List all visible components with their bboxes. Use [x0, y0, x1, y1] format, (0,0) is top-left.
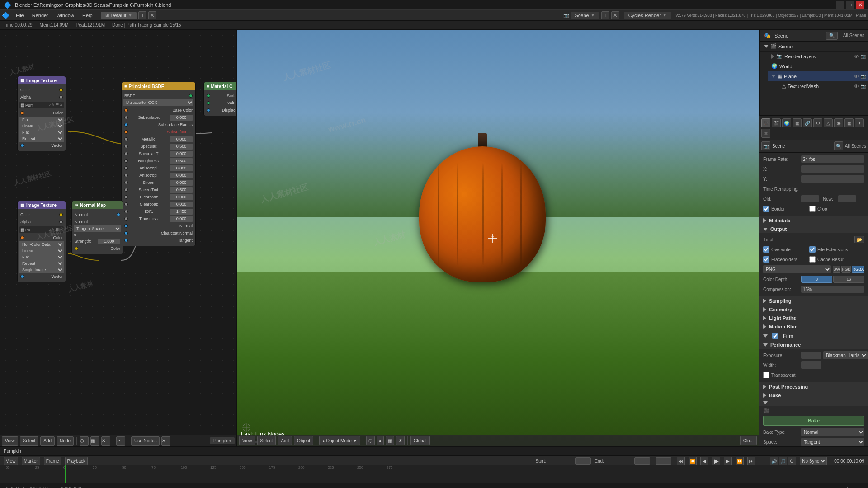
img1-repeat-select[interactable]: Repeat — [19, 136, 64, 142]
roughness-socket[interactable] — [124, 159, 128, 163]
cycles-render-dropdown[interactable]: Cycles Render ▼ — [624, 12, 671, 19]
minimize-button[interactable]: ─ — [836, 1, 844, 9]
motion-blur-checkbox[interactable] — [772, 333, 778, 339]
anisotropic-value[interactable] — [170, 165, 193, 171]
bsdf-distribution[interactable]: Multiscatter GGXGGX — [123, 99, 193, 106]
vp-shade-texture[interactable]: ▦ — [386, 436, 394, 445]
sync-select[interactable]: No Sync — [800, 457, 827, 465]
prop-tab-particles[interactable]: ✦ — [855, 118, 864, 127]
vp-shade-wire[interactable]: ⬡ — [366, 436, 375, 445]
prop-tab-texture[interactable]: ▦ — [844, 118, 854, 127]
output-header[interactable]: Output — [760, 225, 868, 233]
vp-object-mode-btn[interactable]: ● Object Mode ▼ — [319, 436, 360, 445]
vp-object-btn[interactable]: Object — [294, 436, 313, 445]
img1-color-in-socket[interactable] — [20, 111, 24, 115]
img1-flat-select[interactable]: FlatBox — [19, 117, 64, 123]
exposure-value[interactable]: 1.00 — [801, 352, 821, 359]
img2-alpha-socket[interactable] — [59, 220, 63, 224]
next-keyframe-btn[interactable]: ▶ — [724, 457, 732, 465]
clearcoat-socket[interactable] — [124, 195, 128, 199]
sheen-tint-value[interactable] — [170, 187, 193, 193]
img2-color-in-socket[interactable] — [20, 236, 24, 239]
node-select-btn[interactable]: Select — [20, 436, 39, 446]
crop-checkbox[interactable] — [809, 206, 816, 212]
prop-tab-object[interactable]: ▦ — [793, 118, 802, 127]
current-frame-input[interactable]: 1 — [656, 457, 671, 465]
prev-keyframe-btn[interactable]: ◀ — [700, 457, 708, 465]
specular-tint-socket[interactable] — [124, 152, 128, 155]
subsurface-radius-socket[interactable] — [124, 123, 128, 127]
img1-alpha-socket[interactable] — [59, 95, 63, 99]
tangent-socket[interactable] — [124, 239, 128, 242]
image-texture-node-1[interactable]: ▦ Image Texture Color Alpha ▦ Pum — [17, 76, 66, 151]
subsurface-socket[interactable] — [124, 116, 128, 119]
ior-value[interactable] — [170, 209, 193, 215]
close-button[interactable]: ✕ — [856, 1, 864, 9]
node-icon-3[interactable]: ✕ — [101, 436, 110, 446]
cache-checkbox[interactable] — [809, 256, 816, 263]
format-select[interactable]: PNGJPEGOpenEXR — [763, 265, 831, 273]
sheen-socket[interactable] — [124, 181, 128, 184]
node-icon-4[interactable]: ↗ — [116, 436, 125, 446]
motion-blur-header[interactable]: Film — [760, 331, 868, 340]
specular-value[interactable] — [170, 144, 193, 150]
light-paths-header[interactable]: Motion Blur — [760, 323, 868, 331]
img1-color-socket[interactable] — [59, 88, 63, 92]
img2-vector-socket[interactable] — [20, 275, 24, 278]
prop-tab-material[interactable]: ◉ — [834, 118, 843, 127]
compression-value[interactable]: 15% — [801, 286, 864, 293]
img2-color-socket[interactable] — [59, 213, 63, 216]
audio-btn-1[interactable]: 🔊 — [770, 457, 778, 465]
tonemapping-select[interactable]: Blackman-Harris — [823, 351, 868, 359]
vp-view-btn[interactable]: View — [239, 436, 255, 445]
normal-map-node[interactable]: ⊕ Normal Map Normal Normal Tangent Space… — [71, 201, 123, 254]
specular-tint-value[interactable] — [170, 151, 193, 157]
prop-tab-physics[interactable]: ⚛ — [761, 129, 770, 138]
tmpl-file-btn[interactable]: 📂 — [854, 236, 864, 243]
base-color-socket[interactable] — [124, 108, 128, 112]
remove-scene-button[interactable]: ✕ — [611, 11, 619, 19]
surface-socket[interactable] — [207, 94, 210, 98]
aniso-rot-socket[interactable] — [124, 174, 128, 177]
menu-render[interactable]: Render — [28, 12, 52, 19]
subsurface-value[interactable] — [170, 115, 193, 121]
clearcoat-value[interactable] — [170, 194, 193, 200]
scene-item-renderlayers[interactable]: 📷 RenderLayers 👁 📷 — [768, 52, 868, 61]
vp-global-btn[interactable]: Global — [410, 436, 430, 445]
prop-tab-world[interactable]: 🌍 — [782, 118, 791, 127]
nm-color-socket[interactable] — [75, 247, 78, 250]
prop-tab-constraints[interactable]: 🔗 — [803, 118, 812, 127]
volume-socket[interactable] — [207, 101, 210, 105]
vp-shade-solid[interactable]: ● — [377, 436, 384, 445]
sheen-tint-socket[interactable] — [124, 188, 128, 192]
maximize-button[interactable]: □ — [846, 1, 854, 9]
ior-socket[interactable] — [124, 210, 128, 213]
audio-btn-2[interactable]: 🎵 — [779, 457, 787, 465]
add-scene-button[interactable]: + — [601, 11, 609, 19]
node-icon-2[interactable]: ▦ — [90, 436, 99, 446]
subsurface-color-socket[interactable] — [124, 130, 128, 134]
outliner-search-btn[interactable]: 🔍 — [826, 32, 838, 40]
viewport-3d[interactable]: 人人素材社区 www.rr.cn 人人素材社区 人人素材 — [237, 30, 760, 446]
material-output-node[interactable]: ■ Material C Surface Volume Displace... — [203, 82, 237, 116]
prop-search-btn[interactable]: 🔍 — [834, 141, 843, 150]
bw-btn[interactable]: BW — [833, 266, 840, 273]
menu-window[interactable]: Window — [53, 12, 78, 19]
old-value[interactable]: 100 — [801, 195, 819, 202]
img2-linear-select[interactable]: Linear — [19, 248, 64, 254]
depth-16-btn[interactable]: 16 — [833, 276, 864, 283]
fps-value[interactable]: 24 fps — [801, 155, 864, 163]
bake-header[interactable] — [760, 400, 868, 406]
normal-socket[interactable] — [124, 224, 128, 228]
displace-socket[interactable] — [207, 108, 210, 112]
bsdf-output-socket[interactable] — [189, 94, 193, 98]
menu-help[interactable]: Help — [79, 12, 96, 19]
border-checkbox[interactable] — [763, 206, 769, 212]
node-editor-canvas[interactable]: 人人素材 人人素材社区 人人素材社区 人人素材社区 人人素材 ▦ Image — [0, 30, 236, 446]
plane-eye-icon[interactable]: 👁 — [854, 74, 859, 79]
img1-texture-selector[interactable]: ▦ Pum 2 ✎ ☰ ✕ — [19, 102, 64, 108]
img2-colordata-select[interactable]: Non-Color Data — [19, 241, 64, 248]
specular-socket[interactable] — [124, 145, 128, 148]
prop-tab-render[interactable]: 🎥 — [761, 118, 770, 127]
principled-bsdf-node[interactable]: ■ Principled BSDF BSDF Multiscatter GGXG… — [121, 82, 196, 246]
